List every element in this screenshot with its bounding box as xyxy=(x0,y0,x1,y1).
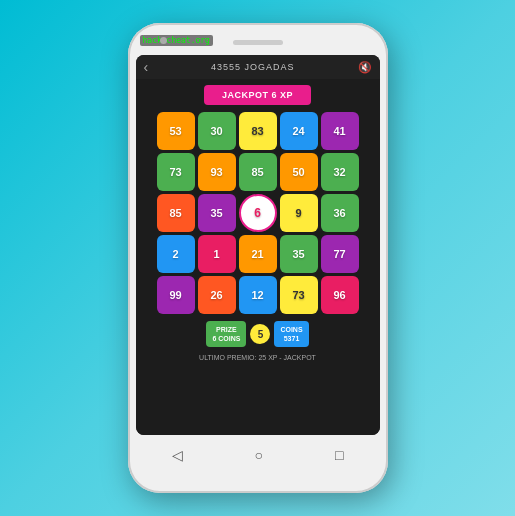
grid-cell-4[interactable]: 41 xyxy=(321,112,359,150)
nav-back-button[interactable]: ◁ xyxy=(172,447,183,463)
grid-cell-3[interactable]: 24 xyxy=(280,112,318,150)
grid-cell-15[interactable]: 2 xyxy=(157,235,195,273)
grid-cell-9[interactable]: 32 xyxy=(321,153,359,191)
grid-cell-11[interactable]: 35 xyxy=(198,194,236,232)
grid-cell-16[interactable]: 1 xyxy=(198,235,236,273)
jackpot-button[interactable]: JACKPOT 6 XP xyxy=(204,85,311,105)
nav-recent-button[interactable]: □ xyxy=(335,447,343,463)
grid-cell-13[interactable]: 9 xyxy=(280,194,318,232)
grid-cell-24[interactable]: 96 xyxy=(321,276,359,314)
camera xyxy=(160,37,167,44)
grid-cell-19[interactable]: 77 xyxy=(321,235,359,273)
grid-cell-0[interactable]: 53 xyxy=(157,112,195,150)
grid-cell-6[interactable]: 93 xyxy=(198,153,236,191)
prize-label: PRIZE xyxy=(212,325,240,334)
grid-cell-14[interactable]: 36 xyxy=(321,194,359,232)
prize-box: PRIZE 6 COINS xyxy=(206,321,246,347)
badge-number: 5 xyxy=(250,324,270,344)
phone-frame: hack-cheat.org ‹ 43555 JOGADAS 🔇 JACKPOT… xyxy=(128,23,388,493)
grid-cell-12[interactable]: 6 xyxy=(239,194,277,232)
sound-icon[interactable]: 🔇 xyxy=(358,61,372,74)
nav-home-button[interactable]: ○ xyxy=(255,447,263,463)
bottom-bar: PRIZE 6 COINS 5 COINS 5371 xyxy=(144,321,372,347)
coins-box: COINS 5371 xyxy=(274,321,308,347)
grid-cell-18[interactable]: 35 xyxy=(280,235,318,273)
phone-nav: ◁ ○ □ xyxy=(136,439,380,471)
back-button[interactable]: ‹ xyxy=(144,59,149,75)
number-grid: 5330832441739385503285356936212135779926… xyxy=(157,112,359,314)
grid-cell-10[interactable]: 85 xyxy=(157,194,195,232)
coins-label: COINS xyxy=(280,325,302,334)
grid-cell-8[interactable]: 50 xyxy=(280,153,318,191)
ultimo-premio: ULTIMO PREMIO: 25 XP - JACKPOT xyxy=(199,352,316,361)
phone-top-bar xyxy=(136,33,380,51)
grid-cell-21[interactable]: 26 xyxy=(198,276,236,314)
grid-cell-2[interactable]: 83 xyxy=(239,112,277,150)
screen-header: ‹ 43555 JOGADAS 🔇 xyxy=(136,55,380,79)
grid-cell-17[interactable]: 21 xyxy=(239,235,277,273)
grid-cell-20[interactable]: 99 xyxy=(157,276,195,314)
grid-cell-7[interactable]: 85 xyxy=(239,153,277,191)
header-title: 43555 JOGADAS xyxy=(211,62,295,72)
prize-value: 6 COINS xyxy=(212,334,240,343)
grid-cell-1[interactable]: 30 xyxy=(198,112,236,150)
screen-content: JACKPOT 6 XP 533083244173938550328535693… xyxy=(136,79,380,435)
coins-value: 5371 xyxy=(280,334,302,343)
screen: ‹ 43555 JOGADAS 🔇 JACKPOT 6 XP 533083244… xyxy=(136,55,380,435)
grid-cell-23[interactable]: 73 xyxy=(280,276,318,314)
grid-cell-22[interactable]: 12 xyxy=(239,276,277,314)
speaker xyxy=(233,40,283,45)
grid-cell-5[interactable]: 73 xyxy=(157,153,195,191)
